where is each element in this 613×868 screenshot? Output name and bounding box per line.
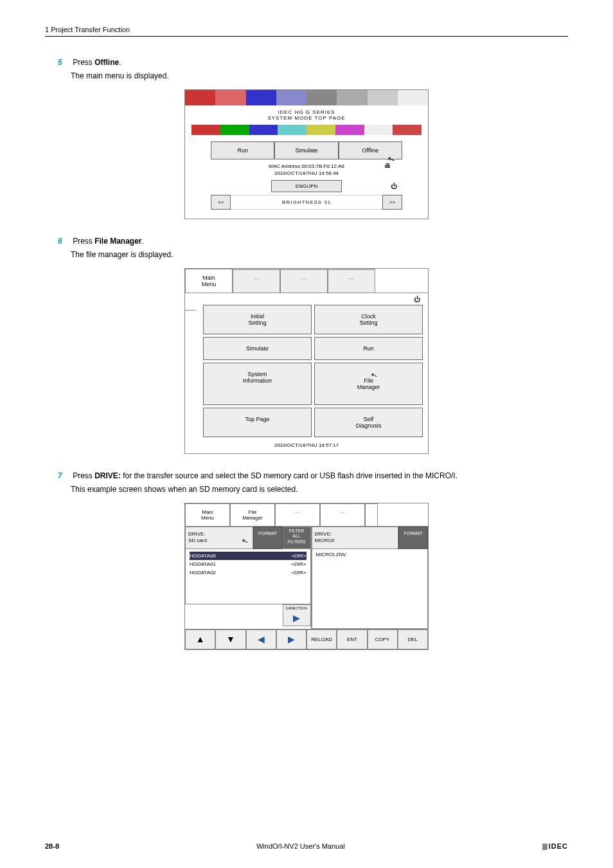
figure3-body: DRIVE: SD card ↖ FORMAT FILTER ALL FILTE… [185,526,428,629]
figure-main-menu: Main Menu --- --- --- ⏻ Initial Setting … [184,268,429,454]
simulate-button-2[interactable]: Simulate [203,337,312,360]
brightness-row: << BRIGHTNESS 31 >> [211,195,402,210]
step-6-sub: The file manager is displayed. [71,250,568,259]
step-5: 5 Press Offline. [58,56,568,68]
step-6-pre: Press [73,237,94,246]
step-7-pre: Press [73,471,94,480]
format-dest-button[interactable]: FORMAT [398,527,428,549]
left-button[interactable]: ◀ [246,629,276,649]
tab-edge [365,503,378,526]
copy-button[interactable]: COPY [368,629,398,649]
direction-button[interactable]: ▶ [283,611,311,626]
step-6: 6 Press File Manager. [58,235,568,246]
file-type: <DIR> [291,553,306,559]
file-name: MICROI.ZNV [316,552,423,557]
tab-dash-3: --- [328,269,375,293]
drive-dest-label: DRIVE: [315,531,332,537]
tab-main-menu-3[interactable]: Main Menu [185,503,230,526]
del-button[interactable]: DEL [398,629,428,649]
file-manager-left-pane: DRIVE: SD card ↖ FORMAT FILTER ALL FILTE… [185,527,312,629]
list-item[interactable]: HGDATA00<DIR> [190,552,306,560]
clock-setting-button[interactable]: Clock Setting [314,305,423,334]
tab-main-menu[interactable]: Main Menu [185,269,233,293]
initial-setting-button[interactable]: Initial Setting [203,305,312,334]
top-page-button[interactable]: Top Page [203,408,312,437]
figure3-tabs: Main Menu File Manager --- --- [185,503,428,526]
step-7-post: for the transfer source and select the S… [121,471,458,480]
step-5-pre: Press [73,58,94,67]
step-6-num: 6 [58,237,62,246]
outlet-icon: ⏻ [391,183,397,190]
figure1-title2: SYSTEM MODE TOP PAGE [185,115,428,121]
drive-source-value: SD card [188,538,207,543]
idec-logo-text: IDEC [549,842,568,850]
gradient-bar-top [185,90,428,105]
idec-logo: IDEC [542,842,568,850]
filter-button[interactable]: FILTER ALL FILTERS [283,527,311,549]
mac-address: MAC Address 00:03:7B:F0:12:A8 [185,163,428,169]
page-header: 1 Project Transfer Function [45,26,568,37]
tab-dash-1: --- [233,269,280,293]
source-file-list[interactable]: HGDATA00<DIR> HGDATA01<DIR> HGDATA02<DIR… [185,549,311,604]
brightness-next-button[interactable]: >> [382,195,402,210]
eng-jpn-button[interactable]: ENG/JPN [271,180,342,192]
outlet-icon: ⏻ [414,296,420,303]
page-footer: 28-8 WindO/I-NV2 User's Manual IDEC [45,842,568,850]
step-5-bold: Offline [94,58,119,67]
step-5-sub: The main menu is displayed. [71,71,568,80]
file-manager-button[interactable]: File Manager ↖ [314,363,423,405]
run-button-2[interactable]: Run [314,337,423,360]
step-5-num: 5 [58,58,62,67]
figure-system-mode: IDEC HG G SERIES SYSTEM MODE TOP PAGE Ru… [184,89,429,219]
drive-source-label: DRIVE: [188,531,206,537]
drive-source-button[interactable]: DRIVE: SD card ↖ [185,527,253,549]
file-name: HGDATA02 [190,570,216,575]
file-name: HGDATA00 [190,553,216,559]
up-button[interactable]: ▲ [185,629,215,649]
left-notch [184,310,196,311]
speaker-icon: 🖶 [384,162,391,169]
file-type: <DIR> [291,561,306,567]
simulate-button[interactable]: Simulate [274,141,338,159]
file-type: <DIR> [291,570,306,575]
figure-file-manager: Main Menu File Manager --- --- DRIVE: SD… [184,503,429,650]
figure2-tabs: Main Menu --- --- --- [185,269,428,293]
brightness-value: BRIGHTNESS 31 [231,195,382,210]
tab-file-manager[interactable]: File Manager [230,503,275,526]
file-manager-right-pane: DRIVE: MICRO/I FORMAT MICROI.ZNV [312,527,428,629]
drive-dest-value: MICRO/I [315,538,335,543]
reload-button[interactable]: RELOAD [306,629,337,649]
list-item[interactable]: HGDATA01<DIR> [190,560,306,568]
step-6-post: . [142,237,144,246]
tab-dash-5: --- [320,503,365,526]
drive-dest-button[interactable]: DRIVE: MICRO/I [312,527,398,549]
mode-button-row: Run Simulate Offline ↖ [211,141,402,159]
step-5-post: . [119,58,121,67]
down-button[interactable]: ▼ [215,629,245,649]
offline-button[interactable]: Offline ↖ [339,141,402,159]
right-button[interactable]: ▶ [276,629,306,649]
format-source-button[interactable]: FORMAT [253,527,283,549]
offline-label: Offline [362,147,378,154]
figure2-datetime: 2010/OCT/14/THU 14:57:17 [185,440,428,453]
step-7: 7 Press DRIVE: for the transfer source a… [58,469,568,481]
step-7-text: Press DRIVE: for the transfer source and… [73,471,458,480]
ent-button[interactable]: ENT [337,629,367,649]
color-bar [191,125,422,135]
dest-file-list[interactable]: MICROI.ZNV [312,549,428,629]
filter-label: FILTER [283,529,310,534]
figure1-title1: IDEC HG G SERIES [185,109,428,115]
file-name: HGDATA01 [190,561,216,567]
page-number: 28-8 [45,842,59,850]
filter-all-label: ALL FILTERS [283,534,310,545]
list-item[interactable]: HGDATA02<DIR> [190,568,306,577]
step-6-text: Press File Manager. [73,237,144,246]
brightness-prev-button[interactable]: << [211,195,231,210]
figure1-title: IDEC HG G SERIES SYSTEM MODE TOP PAGE [185,105,428,125]
run-button[interactable]: Run [211,141,274,159]
self-diagnosis-button[interactable]: Self Diagnosis [314,408,423,437]
file-manager-bottom-bar: ▲ ▼ ◀ ▶ RELOAD ENT COPY DEL [185,629,428,649]
step-6-bold: File Manager [94,237,141,246]
footer-title: WindO/I-NV2 User's Manual [256,842,345,850]
system-info-button[interactable]: System Information [203,363,312,405]
